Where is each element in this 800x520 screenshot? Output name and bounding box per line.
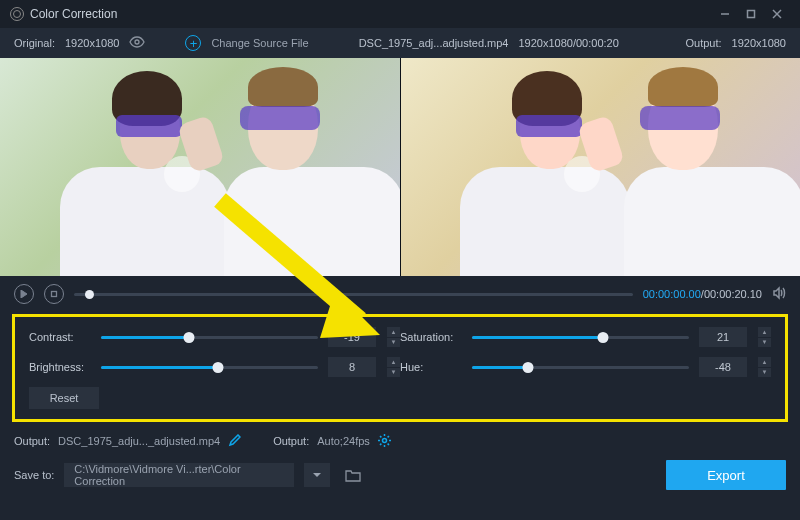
browse-folder-icon[interactable] [340,463,366,487]
color-controls-panel: Contrast: -19 ▲▼ Saturation: 21 ▲▼ Brigh… [12,314,788,422]
edit-name-icon[interactable] [228,434,241,449]
contrast-stepper[interactable]: ▲▼ [386,327,400,347]
output-filename: DSC_1975_adju..._adjusted.mp4 [58,435,220,447]
volume-icon[interactable] [772,286,786,302]
output-format-value: Auto;24fps [317,435,370,447]
output-info-row: Output: DSC_1975_adju..._adjusted.mp4 Ou… [0,428,800,454]
original-dims: 1920x1080 [65,37,119,49]
info-bar: Original: 1920x1080 + Change Source File… [0,28,800,58]
brightness-label: Brightness: [29,361,91,373]
contrast-label: Contrast: [29,331,91,343]
saturation-stepper[interactable]: ▲▼ [757,327,771,347]
brightness-stepper[interactable]: ▲▼ [386,357,400,377]
saturation-slider[interactable] [472,336,689,339]
preview-original [0,58,400,276]
settings-gear-icon[interactable] [378,434,391,449]
save-row: Save to: C:\Vidmore\Vidmore Vi...rter\Co… [0,454,800,496]
hue-label: Hue: [400,361,462,373]
svg-rect-1 [748,11,755,18]
output-file-label: Output: [14,435,50,447]
preview-area [0,58,800,276]
preview-adjusted [400,58,801,276]
source-info: 1920x1080/00:00:20 [518,37,618,49]
saturation-label: Saturation: [400,331,462,343]
change-source-link[interactable]: Change Source File [211,37,308,49]
save-to-label: Save to: [14,469,54,481]
svg-point-4 [135,40,139,44]
reset-button[interactable]: Reset [29,387,99,409]
timeline-slider[interactable] [74,293,633,296]
titlebar: Color Correction [0,0,800,28]
output-format-label: Output: [273,435,309,447]
time-display: 00:00:00.00/00:00:20.10 [643,288,762,300]
export-button[interactable]: Export [666,460,786,490]
play-button[interactable] [14,284,34,304]
hue-stepper[interactable]: ▲▼ [757,357,771,377]
minimize-button[interactable] [712,4,738,24]
stop-button[interactable] [44,284,64,304]
saturation-value[interactable]: 21 [699,327,747,347]
app-logo-icon [10,7,24,21]
svg-rect-5 [52,292,57,297]
hue-value[interactable]: -48 [699,357,747,377]
path-dropdown[interactable] [304,463,330,487]
close-button[interactable] [764,4,790,24]
source-filename: DSC_1975_adj...adjusted.mp4 [359,37,509,49]
brightness-value[interactable]: 8 [328,357,376,377]
window-title: Color Correction [30,7,712,21]
output-dims: 1920x1080 [732,37,786,49]
maximize-button[interactable] [738,4,764,24]
brightness-slider[interactable] [101,366,318,369]
output-label: Output: [685,37,721,49]
original-label: Original: [14,37,55,49]
eye-icon[interactable] [129,36,145,50]
svg-point-6 [382,438,386,442]
save-path-field[interactable]: C:\Vidmore\Vidmore Vi...rter\Color Corre… [64,463,294,487]
contrast-value[interactable]: -19 [328,327,376,347]
playback-bar: 00:00:00.00/00:00:20.10 [0,276,800,312]
contrast-slider[interactable] [101,336,318,339]
hue-slider[interactable] [472,366,689,369]
add-icon[interactable]: + [185,35,201,51]
